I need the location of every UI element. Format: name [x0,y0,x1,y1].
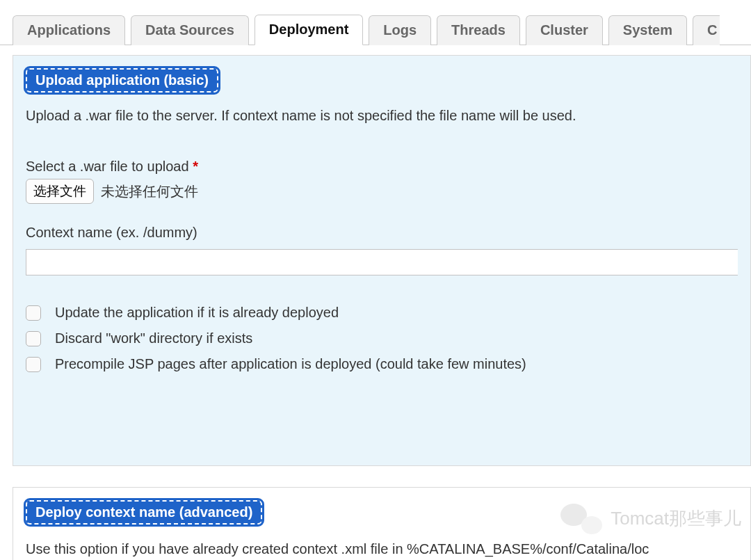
tab-system[interactable]: System [608,15,687,45]
tab-data-sources[interactable]: Data Sources [131,15,249,45]
context-name-input[interactable] [26,249,738,275]
file-upload-label: Select a .war file to upload * [26,159,738,175]
checkbox-discard-label: Discard "work" directory if exists [55,330,252,346]
deploy-description: Use this option if you have already crea… [26,541,738,557]
upload-section-title: Upload application (basic) [26,68,218,93]
choose-file-button[interactable]: 选择文件 [26,179,94,204]
checkbox-row-update: Update the application if it is already … [26,305,738,321]
required-mark: * [193,159,198,174]
tab-cutoff[interactable]: C [693,15,720,45]
checkbox-precompile-label: Precompile JSP pages after application i… [55,356,526,372]
deploy-context-panel: Deploy context name (advanced) Use this … [13,487,751,560]
tab-cluster[interactable]: Cluster [526,15,603,45]
upload-description: Upload a .war file to the server. If con… [26,108,738,124]
tab-threads[interactable]: Threads [437,15,520,45]
deploy-section-title: Deploy context name (advanced) [26,500,262,525]
tab-deployment[interactable]: Deployment [255,15,363,45]
checkbox-discard-work[interactable] [26,331,41,346]
checkbox-update-label: Update the application if it is already … [55,305,339,321]
upload-application-panel: Upload application (basic) Upload a .war… [13,55,751,466]
file-upload-status: 未选择任何文件 [101,182,198,201]
file-upload-row: 选择文件 未选择任何文件 [26,179,738,204]
file-upload-label-text: Select a .war file to upload [26,159,193,174]
tab-applications[interactable]: Applications [13,15,125,45]
checkbox-precompile-jsp[interactable] [26,357,41,372]
checkbox-update-app[interactable] [26,305,41,321]
tab-logs[interactable]: Logs [369,15,431,45]
tabs-bar: Applications Data Sources Deployment Log… [0,0,751,45]
checkbox-row-precompile: Precompile JSP pages after application i… [26,356,738,372]
context-name-label: Context name (ex. /dummy) [26,225,738,241]
checkbox-row-discard: Discard "work" directory if exists [26,330,738,346]
